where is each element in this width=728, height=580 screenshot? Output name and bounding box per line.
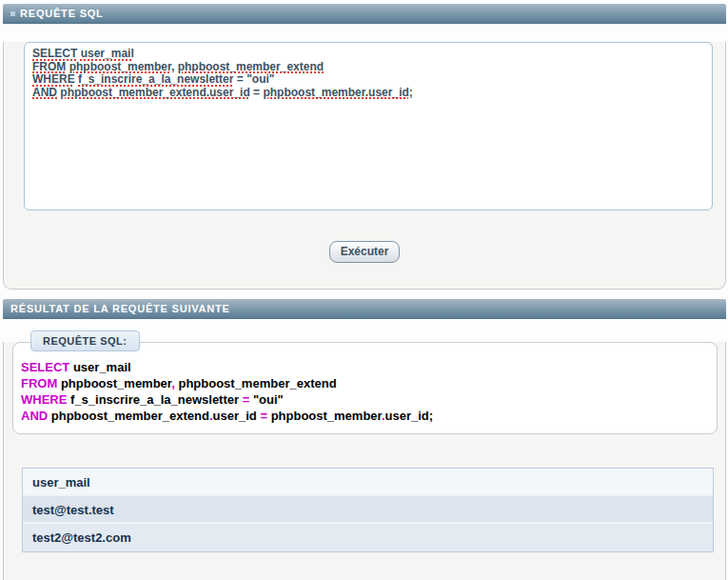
sql-line: FROM phpboost_member, phpboost_member_ex…: [32, 61, 704, 74]
sql-line: SELECT user_mail: [21, 359, 707, 375]
table-row: test2@test2.com: [23, 524, 713, 551]
highlighted-sql: SELECT user_mailFROM phpboost_member, ph…: [21, 359, 707, 424]
table-header-cell: user_mail: [23, 469, 713, 496]
sql-query-textarea[interactable]: SELECT user_mailFROM phpboost_member, ph…: [24, 42, 713, 210]
button-row: Exécuter: [4, 241, 725, 263]
sql-fieldset: REQUÊTE SQL: SELECT user_mailFROM phpboo…: [12, 342, 718, 434]
panel-title-result: RÉSULTAT DE LA REQUÊTE SUIVANTE: [10, 303, 230, 314]
result-table: user_mailtest@test.testtest2@test2.com: [22, 468, 714, 552]
sql-line: WHERE f_s_inscrire_a_la_newsletter = "ou…: [21, 391, 707, 408]
panel-bullet-icon: [10, 11, 15, 16]
panel-header-query: REQUÊTE SQL: [3, 4, 726, 24]
table-row: test@test.test: [23, 496, 713, 524]
sql-fieldset-legend: REQUÊTE SQL:: [30, 330, 140, 351]
sql-line: AND phpboost_member_extend.user_id = php…: [21, 408, 707, 424]
sql-line: FROM phpboost_member, phpboost_member_ex…: [21, 375, 707, 391]
panel-title-query: REQUÊTE SQL: [20, 8, 104, 19]
sql-query-panel: REQUÊTE SQL SELECT user_mailFROM phpboos…: [3, 4, 726, 290]
result-panel: RÉSULTAT DE LA REQUÊTE SUIVANTE REQUÊTE …: [3, 299, 726, 580]
panel-header-result: RÉSULTAT DE LA REQUÊTE SUIVANTE: [3, 299, 726, 319]
query-panel-body: SELECT user_mailFROM phpboost_member, ph…: [3, 42, 726, 290]
sql-line: AND phpboost_member_extend.user_id = php…: [32, 87, 704, 100]
sql-line: SELECT user_mail: [32, 48, 704, 61]
execute-button[interactable]: Exécuter: [329, 241, 401, 263]
sql-line: WHERE f_s_inscrire_a_la_newsletter = "ou…: [32, 73, 704, 87]
result-panel-body: REQUÊTE SQL: SELECT user_mailFROM phpboo…: [3, 342, 726, 580]
